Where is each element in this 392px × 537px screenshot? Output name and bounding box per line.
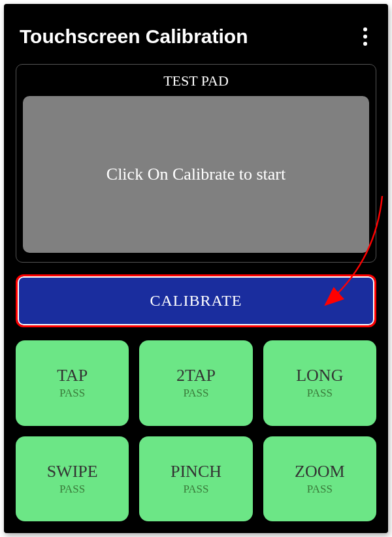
tile-label: SWIPE: [47, 462, 98, 481]
tile-label: LONG: [296, 366, 343, 385]
tile-zoom[interactable]: ZOOM PASS: [263, 436, 376, 522]
app-frame: Touchscreen Calibration TEST PAD Click O…: [4, 4, 388, 533]
tile-status: PASS: [307, 387, 333, 400]
tile-status: PASS: [183, 483, 208, 496]
test-pad-container: TEST PAD Click On Calibrate to start: [16, 64, 376, 263]
calibrate-button[interactable]: CALIBRATE: [16, 274, 376, 327]
page-title: Touchscreen Calibration: [20, 25, 248, 48]
tile-label: PINCH: [171, 462, 221, 481]
header: Touchscreen Calibration: [16, 4, 376, 64]
tile-pinch[interactable]: PINCH PASS: [139, 436, 252, 522]
tile-status: PASS: [59, 387, 85, 400]
tile-status: PASS: [59, 483, 85, 496]
test-pad-label: TEST PAD: [23, 70, 369, 96]
tile-status: PASS: [183, 387, 208, 400]
tile-label: TAP: [57, 366, 88, 385]
test-pad-instruction: Click On Calibrate to start: [106, 165, 286, 184]
tile-swipe[interactable]: SWIPE PASS: [16, 436, 129, 522]
tile-status: PASS: [307, 483, 333, 496]
tile-tap[interactable]: TAP PASS: [16, 340, 129, 426]
tile-label: ZOOM: [295, 462, 345, 481]
tile-2tap[interactable]: 2TAP PASS: [139, 340, 252, 426]
more-options-icon[interactable]: [358, 22, 372, 51]
calibrate-button-label: CALIBRATE: [150, 292, 242, 309]
test-pad-area[interactable]: Click On Calibrate to start: [23, 96, 369, 253]
tile-long[interactable]: LONG PASS: [263, 340, 376, 426]
tile-label: 2TAP: [176, 366, 216, 385]
results-grid: TAP PASS 2TAP PASS LONG PASS SWIPE PASS …: [16, 340, 376, 521]
